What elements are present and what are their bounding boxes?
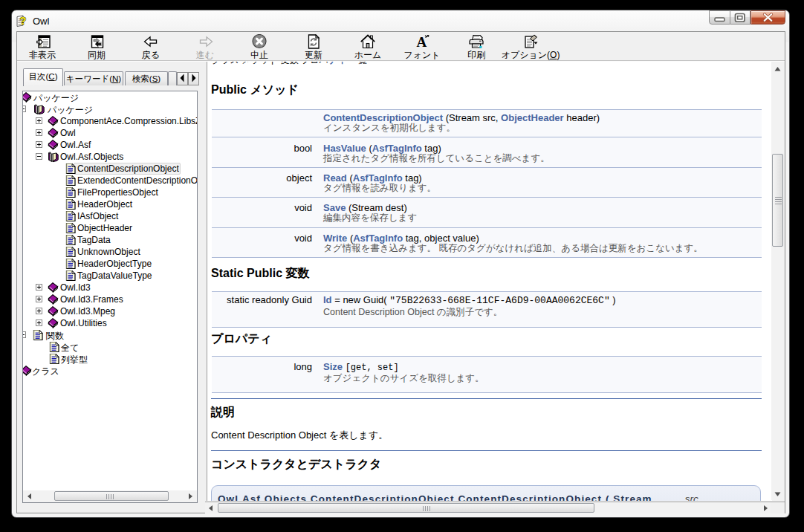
- svg-text:A: A: [417, 34, 427, 49]
- svg-text:?: ?: [20, 15, 27, 27]
